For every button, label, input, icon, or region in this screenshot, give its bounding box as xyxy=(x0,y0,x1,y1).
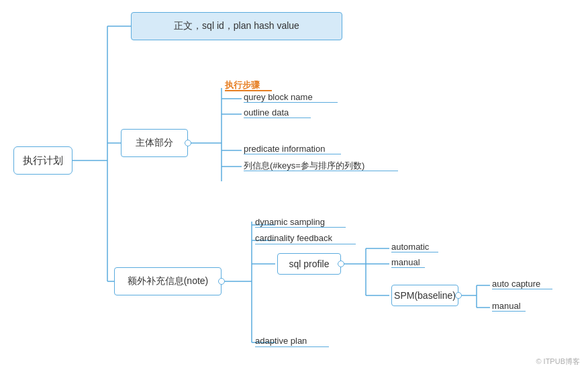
manual1-label: manual xyxy=(391,257,420,267)
root-node: 执行计划 xyxy=(13,146,72,175)
extra-connector xyxy=(218,278,225,285)
main-node: 主体部分 xyxy=(121,129,188,157)
query-block-label: qurey block name xyxy=(244,92,313,102)
root-label: 执行计划 xyxy=(23,154,63,167)
main-label: 主体部分 xyxy=(136,137,173,149)
top-label: 正文，sql id，plan hash value xyxy=(174,20,299,32)
adaptive-plan-label: adaptive plan xyxy=(255,336,307,346)
extra-label: 额外补充信息(note) xyxy=(128,275,209,287)
top-node: 正文，sql id，plan hash value xyxy=(131,12,342,40)
outline-data-label: outline data xyxy=(244,107,289,118)
auto-capture-label: auto capture xyxy=(492,279,540,289)
cardinality-feedback-label: cardinality feedback xyxy=(255,233,332,243)
predicate-info-label: predicate information xyxy=(244,144,325,154)
sql-profile-label: sql profile xyxy=(289,259,330,269)
manual2-label: manual xyxy=(492,301,521,311)
dynamic-sampling-label: dynamic sampling xyxy=(255,217,325,227)
sql-profile-node: sql profile xyxy=(277,253,341,275)
sql-profile-connector xyxy=(338,261,344,267)
watermark: © ITPUB博客 xyxy=(536,357,580,367)
spm-connector xyxy=(455,292,462,299)
main-connector xyxy=(185,140,191,146)
spm-label: SPM(baseline) xyxy=(394,290,456,301)
spm-node: SPM(baseline) xyxy=(391,285,458,306)
automatic-label: automatic xyxy=(391,242,429,252)
extra-node: 额外补充信息(note) xyxy=(114,267,222,295)
